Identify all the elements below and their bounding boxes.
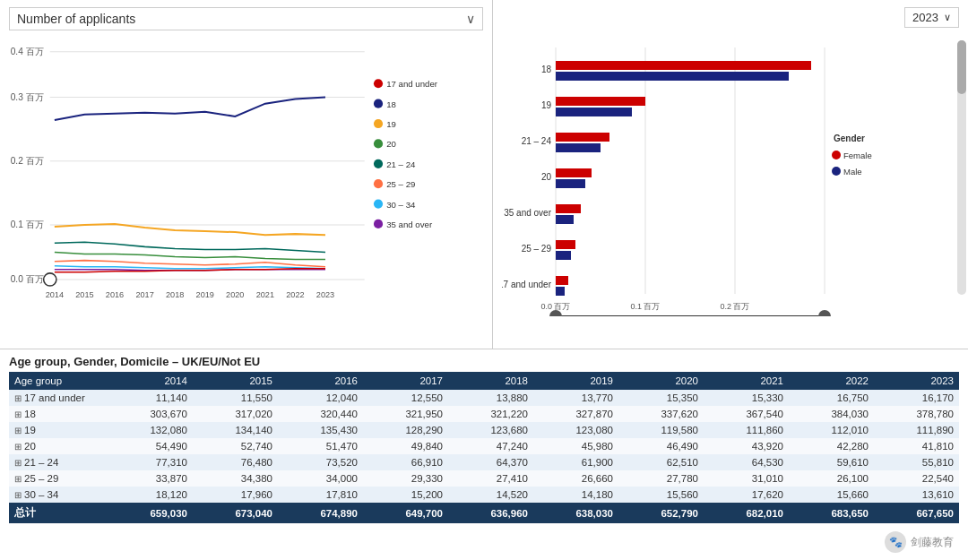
bottom-section: Age group, Gender, Domicile – UK/EU/Not … (0, 349, 968, 560)
row-value: 41,810 (874, 438, 959, 454)
right-panel: 2023 ∨ 18 19 21 – 24 20 35 and over 25 –… (493, 0, 968, 349)
row-value: 16,170 (874, 390, 959, 406)
row-value: 42,280 (789, 438, 874, 454)
row-value: 337,620 (618, 406, 704, 422)
row-value: 54,490 (108, 438, 193, 454)
footer-value: 683,650 (789, 503, 874, 523)
row-value: 34,000 (278, 470, 363, 487)
col-2023: 2023 (874, 372, 959, 390)
legend-18-dot (374, 99, 383, 108)
row-value: 64,370 (448, 454, 533, 470)
bar-18-male (556, 72, 789, 81)
row-label: ⊞19 (9, 422, 108, 438)
row-value: 17,960 (193, 487, 278, 503)
table-row: ⊞30 – 3418,12017,96017,81015,20014,52014… (9, 487, 959, 503)
chart-title-bar[interactable]: Number of applicants ∨ (9, 7, 483, 30)
line-18 (55, 98, 325, 120)
row-value: 327,870 (533, 406, 618, 422)
row-value: 73,520 (278, 454, 363, 470)
row-value: 11,140 (108, 390, 193, 406)
bar-35over-male (556, 215, 574, 224)
row-value: 18,120 (108, 487, 193, 503)
line-20 (55, 252, 325, 259)
watermark-icon: 🐾 (885, 531, 906, 553)
table-row: ⊞2054,49052,74051,47049,84047,24045,9804… (9, 438, 959, 454)
female-legend-dot (832, 151, 841, 159)
bar-35over-female (556, 204, 581, 213)
row-value: 15,330 (704, 390, 789, 406)
svg-text:18: 18 (541, 65, 552, 74)
row-value: 16,750 (789, 390, 874, 406)
col-2015: 2015 (193, 372, 278, 390)
row-value: 61,900 (533, 454, 618, 470)
row-value: 384,030 (789, 406, 874, 422)
row-value: 46,490 (618, 438, 704, 454)
y-label-04: 0.4 百万 (11, 47, 44, 56)
col-2017: 2017 (363, 372, 448, 390)
legend-18-label: 18 (386, 99, 396, 109)
row-value: 34,380 (193, 470, 278, 487)
row-value: 12,040 (278, 390, 363, 406)
col-2021: 2021 (704, 372, 789, 390)
line-chart-svg: 0.4 百万 0.3 百万 0.2 百万 0.1 百万 0.0 百万 2014 … (9, 36, 483, 314)
row-value: 26,660 (533, 470, 618, 487)
bar-20-male (556, 179, 585, 188)
row-label: ⊞20 (9, 438, 108, 454)
male-legend-dot (832, 167, 841, 176)
row-value: 26,100 (789, 470, 874, 487)
row-value: 321,950 (363, 406, 448, 422)
bar-slider-left[interactable] (549, 310, 562, 316)
legend-35over-label: 35 and over (386, 220, 433, 229)
row-value: 15,350 (618, 390, 704, 406)
dropdown-arrow-icon[interactable]: ∨ (466, 12, 475, 26)
year-selector[interactable]: 2023 ∨ (904, 7, 959, 28)
footer-value: 652,790 (618, 503, 704, 523)
svg-text:2022: 2022 (286, 290, 304, 299)
row-value: 77,310 (108, 454, 193, 470)
row-value: 303,670 (108, 406, 193, 422)
gender-legend-title: Gender (834, 134, 865, 143)
legend-20-label: 20 (386, 139, 396, 149)
y-label-02: 0.2 百万 (11, 156, 44, 166)
legend-21-24-dot (374, 159, 383, 168)
row-value: 11,550 (193, 390, 278, 406)
row-value: 132,080 (108, 422, 193, 438)
row-label: ⊞25 – 29 (9, 470, 108, 487)
svg-text:21 – 24: 21 – 24 (522, 136, 552, 146)
bar-2529-female (556, 240, 575, 249)
table-row: ⊞19132,080134,140135,430128,290123,68012… (9, 422, 959, 438)
row-value: 12,550 (363, 390, 448, 406)
year-dropdown-icon[interactable]: ∨ (944, 12, 951, 23)
legend-21-24-label: 21 – 24 (386, 159, 416, 169)
bar-chart-svg: 18 19 21 – 24 20 35 and over 25 – 29 17 … (502, 47, 887, 316)
slider-left[interactable] (44, 273, 56, 286)
row-value: 22,540 (874, 470, 959, 487)
svg-text:2016: 2016 (106, 290, 124, 299)
bar-2124-female (556, 133, 609, 142)
col-2014: 2014 (108, 372, 193, 390)
row-value: 66,910 (363, 454, 448, 470)
bar-slider-right[interactable] (818, 310, 831, 316)
row-value: 15,660 (789, 487, 874, 503)
row-value: 59,610 (789, 454, 874, 470)
row-value: 52,740 (193, 438, 278, 454)
bar-chart: 18 19 21 – 24 20 35 and over 25 – 29 17 … (502, 47, 959, 307)
svg-text:19: 19 (541, 100, 552, 110)
bar-18-female (556, 61, 811, 70)
col-2016: 2016 (278, 372, 363, 390)
svg-text:17 and under: 17 and under (502, 280, 552, 289)
legend-19-dot (374, 119, 383, 128)
svg-text:2015: 2015 (75, 290, 93, 299)
row-value: 15,560 (618, 487, 704, 503)
line-19 (55, 224, 325, 235)
row-value: 47,240 (448, 438, 533, 454)
svg-text:20: 20 (541, 172, 552, 182)
row-value: 112,010 (789, 422, 874, 438)
row-value: 27,780 (618, 470, 704, 487)
svg-text:2023: 2023 (316, 290, 334, 299)
svg-text:2018: 2018 (166, 290, 184, 299)
table-row: ⊞18303,670317,020320,440321,950321,22032… (9, 406, 959, 422)
chart-title: Number of applicants (17, 12, 135, 26)
col-age-group: Age group (9, 372, 108, 390)
svg-text:2021: 2021 (256, 290, 274, 299)
